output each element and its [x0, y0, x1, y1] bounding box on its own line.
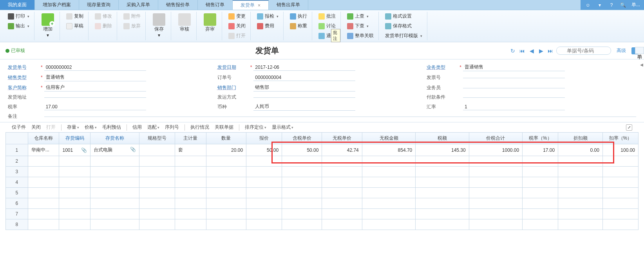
discard-button[interactable]: 放弃	[121, 22, 143, 31]
save-button[interactable]: 保存▾	[150, 12, 168, 40]
value-ship-no[interactable]: 0000000002	[44, 64, 146, 71]
search-icon[interactable]: 🔍	[620, 2, 627, 9]
open-button[interactable]: 打开	[226, 31, 248, 40]
tab-sales-quote[interactable]: 销售报价单	[158, 0, 198, 10]
tab-stock-query[interactable]: 现存量查询	[79, 0, 119, 10]
col-tax[interactable]: 税额	[416, 133, 469, 144]
table-row[interactable]: 6	[6, 198, 639, 209]
value-ship-mode[interactable]	[253, 97, 355, 98]
value-tax-rate[interactable]: 17.00	[44, 104, 146, 110]
label-sale-type[interactable]: 销售类型	[8, 74, 39, 81]
print-button[interactable]: 打印▾	[5, 12, 32, 21]
label-ship-no[interactable]: 发货单号	[8, 64, 39, 71]
credit-button[interactable]: 信用	[132, 124, 142, 131]
refresh-icon[interactable]: ↻	[509, 47, 516, 54]
close-icon[interactable]: ×	[258, 3, 260, 8]
label-ship-date[interactable]: 发货日期	[217, 64, 249, 71]
stock-button[interactable]: 存量▾	[67, 124, 79, 131]
add-button[interactable]: +增加▾	[38, 12, 57, 40]
format-button[interactable]: 格式设置	[383, 12, 425, 21]
col-uom[interactable]: 主计量	[175, 133, 206, 144]
first-icon[interactable]: ⏮	[519, 47, 526, 54]
table-row[interactable]: 4	[6, 177, 639, 188]
col-disc[interactable]: 折扣额	[558, 133, 603, 144]
value-sale-dept[interactable]: 销售部	[253, 84, 355, 92]
table-row[interactable]: 5	[6, 188, 639, 198]
col-code[interactable]: 存货编码	[59, 133, 90, 144]
next-icon[interactable]: ▶	[537, 47, 545, 54]
copy-button[interactable]: 复制	[64, 12, 86, 21]
col-notax-amt[interactable]: 无税金额	[362, 133, 415, 144]
annotate-button[interactable]: 批注	[316, 12, 338, 21]
change-button[interactable]: 变更	[226, 12, 248, 21]
tab-sales-order[interactable]: 销售订单	[198, 0, 233, 10]
value-currency[interactable]: 人民币	[253, 103, 355, 111]
advanced-link[interactable]: 高级	[617, 47, 626, 54]
col-tax-rate[interactable]: 税率（%）	[523, 133, 558, 144]
prev-icon[interactable]: ◀	[528, 47, 535, 54]
only-child-button[interactable]: 仅子件	[12, 124, 26, 131]
col-quote[interactable]: 报价	[246, 133, 282, 144]
rel-button[interactable]: 关联单据	[215, 124, 233, 131]
execute-button[interactable]: 执行	[288, 12, 309, 21]
value-pay-term[interactable]	[463, 97, 565, 98]
col-name[interactable]: 存货名称	[90, 133, 139, 144]
col-notax-price[interactable]: 无税单价	[322, 133, 362, 144]
close-button[interactable]: 关闭	[226, 22, 248, 31]
tab-sales-out[interactable]: 销售出库单	[269, 0, 308, 10]
label-biz-type[interactable]: 业务类型	[427, 64, 458, 71]
value-sale-type[interactable]: 普通销售	[44, 74, 146, 81]
value-invoice-no[interactable]	[463, 77, 565, 78]
tab-purchase-in[interactable]: 采购入库单	[119, 0, 158, 10]
detail-grid[interactable]: 仓库名称 存货编码 存货名称 规格型号 主计量 数量 报价 含税单价 无税单价 …	[5, 132, 639, 230]
up-query-button[interactable]: 上查▾	[345, 12, 376, 21]
dropdown-icon[interactable]: ▾	[596, 2, 603, 9]
gross-button[interactable]: 毛利预估	[102, 124, 121, 131]
help-icon[interactable]: ?	[608, 2, 615, 9]
col-disc-rate[interactable]: 扣率（%）	[602, 133, 638, 144]
save-format-button[interactable]: 保存格式	[383, 22, 425, 31]
table-row[interactable]: 8	[6, 219, 639, 230]
collapse-icon[interactable]: ◀	[640, 63, 643, 67]
table-row[interactable]: 7	[6, 209, 639, 219]
attach-icon[interactable]: 📎	[130, 147, 136, 152]
attach-button[interactable]: 附件	[121, 12, 143, 21]
grid-close-button[interactable]: 关闭	[31, 124, 41, 131]
inspect-button[interactable]: 报检▾	[255, 12, 281, 21]
table-row[interactable]: 1华南中...1001📎台式电脑📎套20.0050.0050.0042.7485…	[6, 144, 639, 156]
smile-icon[interactable]: ☺	[584, 2, 592, 9]
attach-icon[interactable]: 📎	[81, 147, 87, 153]
col-wh[interactable]: 仓库名称	[28, 133, 59, 144]
doc-search-input[interactable]	[556, 47, 611, 55]
help-panel-toggle[interactable]: 助手	[635, 47, 644, 54]
down-query-button[interactable]: 下查▾	[345, 22, 376, 31]
col-spec[interactable]: 规格型号	[139, 133, 175, 144]
whole-link-button[interactable]: 整单关联	[345, 31, 376, 40]
draft-button[interactable]: 草稿	[64, 22, 86, 31]
col-total[interactable]: 价税合计	[469, 133, 522, 144]
modify-button[interactable]: 修改	[92, 12, 114, 21]
grid-open-button[interactable]: 打开	[46, 124, 56, 131]
value-ex-rate[interactable]: 1	[463, 104, 565, 110]
tab-add-customer[interactable]: 增加客户档案	[35, 0, 79, 10]
label-sale-dept[interactable]: 销售部门	[217, 84, 249, 91]
col-qty[interactable]: 数量	[206, 133, 246, 144]
template-button[interactable]: 发货单打印模版▾	[383, 31, 425, 40]
value-salesman[interactable]	[463, 87, 565, 88]
match-button[interactable]: 选配▾	[147, 124, 159, 131]
tab-shipment[interactable]: 发货单×	[233, 0, 269, 10]
table-row[interactable]: 2	[6, 156, 639, 167]
abandon-button[interactable]: 弃审	[201, 12, 219, 34]
disp-button[interactable]: 显示格式▾	[272, 124, 293, 131]
expand-icon[interactable]: ⤢	[626, 124, 632, 131]
value-cust-abbr[interactable]: 信用客户	[44, 84, 146, 92]
label-cust-abbr[interactable]: 客户简称	[8, 84, 39, 91]
exec-button[interactable]: 执行情况	[190, 124, 209, 131]
value-remark[interactable]	[44, 116, 636, 117]
last-icon[interactable]: ⏭	[547, 47, 554, 54]
serial-button[interactable]: 序列号	[165, 124, 179, 131]
tab-my-desktop[interactable]: 我的桌面	[0, 0, 35, 10]
value-ship-addr[interactable]	[44, 97, 146, 98]
export-button[interactable]: 输出▾	[5, 22, 32, 31]
table-row[interactable]: 3	[6, 167, 639, 177]
